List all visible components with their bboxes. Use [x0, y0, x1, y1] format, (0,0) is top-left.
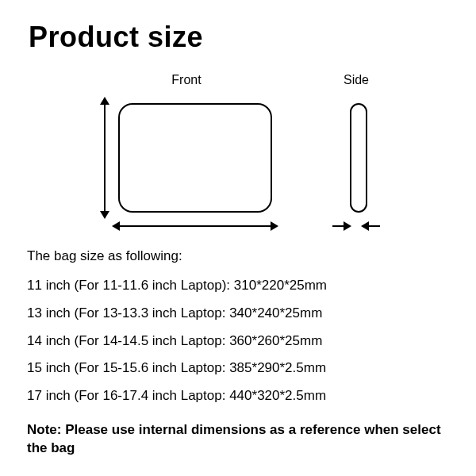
page-title: Product size: [29, 21, 449, 54]
size-list: The bag size as following: 11 inch (For …: [27, 243, 449, 410]
size-row: 17 inch (For 16-17.4 inch Laptop: 440*32…: [27, 382, 449, 410]
thickness-arrow-left: [332, 225, 347, 227]
size-lead: The bag size as following:: [27, 243, 449, 271]
size-row: 15 inch (For 15-15.6 inch Laptop: 385*29…: [27, 355, 449, 382]
size-row: 14 inch (For 14-14.5 inch Laptop: 360*26…: [27, 328, 449, 355]
diagram: Front Side: [27, 73, 449, 235]
thickness-arrow-right: [366, 225, 380, 227]
note: Note: Please use internal dimensions as …: [27, 421, 449, 458]
front-figure: [96, 98, 277, 235]
side-figure: [332, 98, 380, 235]
front-column: Front: [96, 73, 277, 235]
front-label: Front: [171, 73, 201, 87]
side-outline: [350, 103, 367, 213]
size-row: 13 inch (For 13-13.3 inch Laptop: 340*24…: [27, 300, 449, 328]
width-dimension-arrow: [118, 225, 272, 227]
size-row: 11 inch (For 11-11.6 inch Laptop): 310*2…: [27, 272, 449, 300]
side-column: Side: [332, 73, 380, 235]
side-label: Side: [344, 73, 369, 87]
height-dimension-arrow: [104, 103, 106, 213]
page: { "title": "Product size", "views": { "f…: [0, 0, 476, 458]
front-outline: [118, 103, 272, 213]
